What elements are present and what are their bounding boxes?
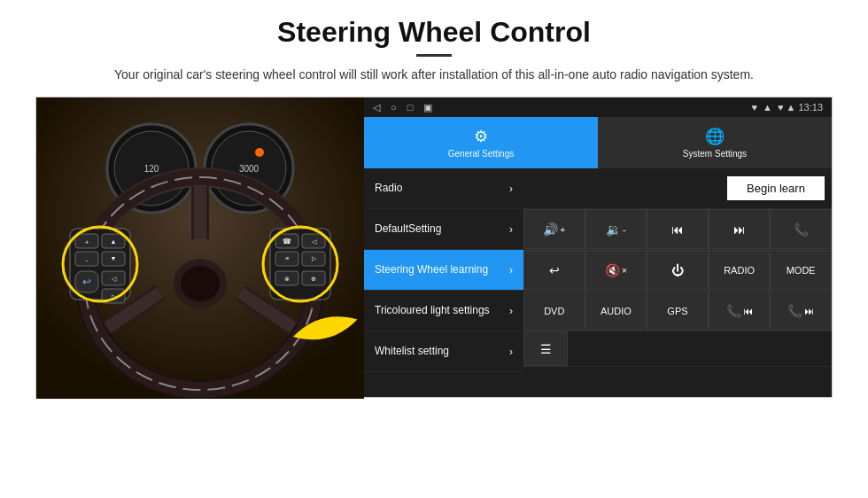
system-settings-icon: 🌐: [705, 127, 725, 146]
prev-track-icon: ⏮: [671, 222, 684, 237]
menu-item-defaultsetting[interactable]: DefaultSetting ›: [364, 209, 523, 250]
hang-up-button[interactable]: ↩: [523, 250, 585, 290]
radio-label: RADIO: [724, 265, 755, 276]
menu-item-whitelist[interactable]: Whitelist setting ›: [364, 331, 523, 372]
tel-prev-button[interactable]: 📞 ⏮: [709, 291, 771, 331]
menu-item-radio[interactable]: Radio ›: [364, 168, 523, 209]
power-button[interactable]: ⏻: [647, 250, 709, 290]
begin-learn-row: Begin learn: [523, 168, 832, 209]
vol-up-icon: 🔊: [543, 222, 558, 237]
menu-item-defaultsetting-label: DefaultSetting: [375, 222, 441, 235]
mute-button[interactable]: 🔇 ×: [585, 250, 647, 290]
status-bar-left: ◁ ○ □ ▣: [373, 102, 432, 113]
tel-prev-arrow: ⏮: [743, 306, 753, 316]
svg-text:⊗: ⊗: [284, 276, 290, 282]
gps-button[interactable]: GPS: [647, 291, 709, 331]
screenshot-icon[interactable]: ▣: [423, 102, 432, 113]
main-content: Radio › DefaultSetting › Steering Wheel …: [364, 168, 832, 397]
steering-wheel-image: 120 3000: [36, 97, 364, 399]
menu-item-steeringwheel[interactable]: Steering Wheel learning ›: [364, 250, 523, 291]
menu-item-steeringwheel-label: Steering Wheel learning: [375, 263, 488, 276]
dvd-label: DVD: [544, 306, 564, 316]
page-wrapper: Steering Wheel Control Your original car…: [0, 0, 868, 498]
button-row-2: ↩ 🔇 × ⏻ RADIO MODE: [523, 250, 832, 291]
button-row-3: DVD AUDIO GPS 📞 ⏮ 📞: [523, 291, 832, 331]
vol-up-button[interactable]: 🔊 +: [523, 209, 585, 249]
page-title: Steering Wheel Control: [277, 16, 591, 49]
vol-down-button[interactable]: 🔉 -: [585, 209, 647, 249]
mode-button[interactable]: MODE: [770, 250, 832, 290]
mute-icon: 🔇: [605, 263, 620, 277]
system-settings-label: System Settings: [683, 149, 747, 159]
menu-item-tricoloured-label: Tricoloured light settings: [375, 304, 490, 316]
tel-next-button[interactable]: 📞 ⏭: [770, 291, 832, 331]
phone-icon: 📞: [794, 222, 809, 237]
mute-x-label: ×: [622, 265, 627, 276]
right-panel: Begin learn 🔊 + 🔉 - ⏮: [523, 168, 832, 397]
tel-next-icon: 📞: [787, 304, 802, 318]
menu-item-tricoloured[interactable]: Tricoloured light settings ›: [364, 291, 523, 331]
svg-text:▼: ▼: [111, 255, 117, 261]
menu-item-radio-label: Radio: [375, 182, 402, 194]
phone-button[interactable]: 📞: [770, 209, 832, 249]
radio-button[interactable]: RADIO: [709, 250, 771, 290]
time-display: ♥ ▲ 13:13: [778, 102, 823, 113]
menu-item-whitelist-label: Whitelist setting: [375, 345, 449, 357]
audio-button[interactable]: AUDIO: [585, 291, 647, 331]
svg-text:120: 120: [144, 164, 159, 174]
svg-text:☎: ☎: [283, 237, 291, 245]
svg-text:+: +: [85, 238, 89, 246]
svg-text:-: -: [86, 256, 89, 264]
status-bar-right: ♥ ▲ ♥ ▲ 13:13: [752, 102, 823, 113]
menu-item-tricoloured-arrow: ›: [509, 305, 513, 317]
menu-item-steeringwheel-arrow: ›: [509, 264, 513, 276]
hang-up-icon: ↩: [549, 263, 560, 277]
svg-point-7: [255, 148, 264, 157]
svg-point-17: [181, 266, 220, 301]
power-icon: ⏻: [671, 263, 684, 277]
home-icon[interactable]: ○: [391, 102, 397, 113]
menu-item-radio-arrow: ›: [509, 183, 513, 195]
svg-text:↩: ↩: [82, 276, 91, 288]
tab-general-settings[interactable]: ⚙ General Settings: [364, 117, 598, 168]
tel-prev-icon: 📞: [726, 304, 741, 318]
vol-down-label: -: [623, 224, 626, 235]
audio-label: AUDIO: [601, 306, 632, 316]
svg-text:≡: ≡: [285, 255, 289, 261]
recent-icon[interactable]: □: [407, 102, 414, 113]
menu-item-defaultsetting-arrow: ›: [509, 223, 513, 236]
button-row-1: 🔊 + 🔉 - ⏮ ⏭: [523, 209, 832, 250]
general-settings-icon: ⚙: [474, 127, 488, 146]
status-bar: ◁ ○ □ ▣ ♥ ▲ ♥ ▲ 13:13: [364, 97, 832, 117]
mode-label: MODE: [787, 265, 816, 276]
list-icon-button[interactable]: ☰: [523, 331, 568, 366]
gps-label: GPS: [667, 306, 687, 316]
next-track-button[interactable]: ⏭: [709, 209, 771, 249]
back-icon[interactable]: ◁: [373, 102, 380, 113]
list-icon: ☰: [540, 342, 552, 356]
dvd-button[interactable]: DVD: [523, 291, 585, 331]
tab-system-settings[interactable]: 🌐 System Settings: [598, 117, 832, 168]
android-ui: ◁ ○ □ ▣ ♥ ▲ ♥ ▲ 13:13 ⚙ General Settings: [364, 97, 832, 397]
menu-item-whitelist-arrow: ›: [509, 346, 513, 358]
title-divider: [416, 54, 452, 57]
next-track-icon: ⏭: [733, 222, 746, 237]
tab-bar: ⚙ General Settings 🌐 System Settings: [364, 117, 832, 168]
tel-next-arrow: ⏭: [804, 306, 814, 316]
button-row-4: ☰: [523, 331, 832, 367]
svg-text:▲: ▲: [111, 238, 117, 245]
left-menu: Radio › DefaultSetting › Steering Wheel …: [364, 168, 523, 397]
vol-down-icon: 🔉: [606, 222, 621, 237]
begin-learn-button[interactable]: Begin learn: [727, 176, 825, 200]
vol-up-label: +: [560, 224, 565, 235]
svg-text:3000: 3000: [239, 164, 260, 174]
wifi-icon: ▲: [763, 102, 772, 113]
content-area: 120 3000: [35, 97, 833, 398]
svg-text:⊕: ⊕: [311, 276, 316, 282]
prev-track-button[interactable]: ⏮: [647, 209, 709, 249]
page-subtitle: Your original car's steering wheel contr…: [114, 66, 754, 84]
location-icon: ♥: [752, 102, 758, 113]
general-settings-label: General Settings: [448, 149, 515, 159]
